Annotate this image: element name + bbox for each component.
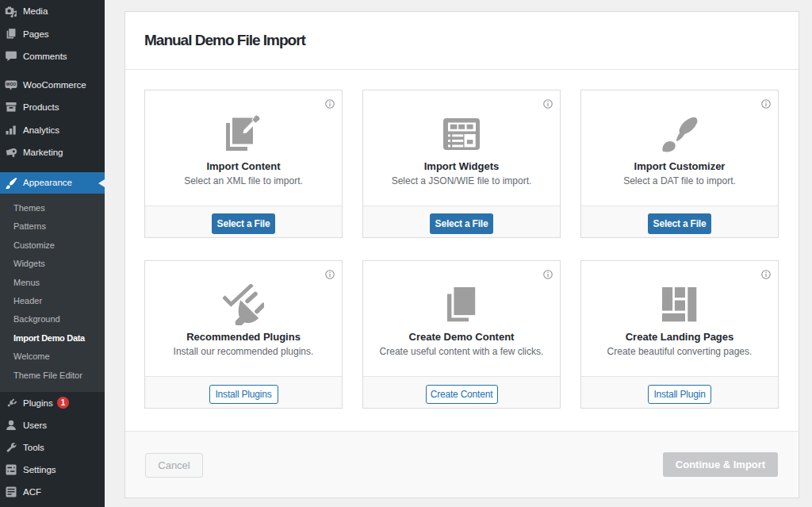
svg-text:WOO: WOO: [6, 82, 17, 86]
